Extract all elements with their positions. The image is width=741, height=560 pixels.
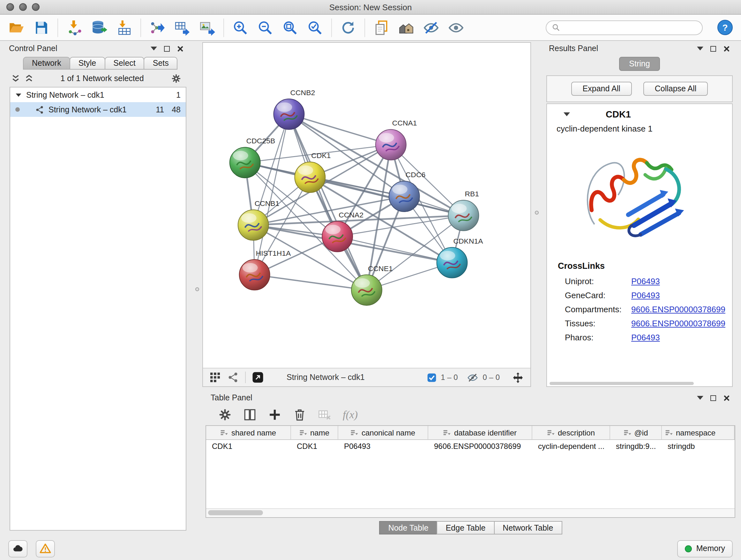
table-row[interactable]: CDK1 CDK1 P06493 9606.ENSP00000378699 cy… bbox=[206, 440, 735, 453]
tab-string[interactable]: String bbox=[619, 57, 660, 71]
cell-at-id[interactable]: stringdb:9... bbox=[610, 442, 662, 451]
gear-icon[interactable] bbox=[171, 73, 181, 83]
uniprot-link[interactable]: P06493 bbox=[631, 276, 660, 286]
network-node-HIST1H1A[interactable]: HIST1H1A bbox=[239, 249, 291, 290]
hide-graphics-button[interactable] bbox=[422, 19, 440, 36]
column-header[interactable]: database identifier bbox=[428, 426, 532, 439]
network-node-CDC25B[interactable]: CDC25B bbox=[230, 137, 275, 178]
open-session-button[interactable] bbox=[8, 19, 25, 36]
network-edge[interactable] bbox=[289, 114, 367, 290]
expand-all-button[interactable]: Expand All bbox=[571, 82, 632, 96]
network-node-CCNB1[interactable]: CCNB1 bbox=[238, 199, 280, 240]
tab-network-table[interactable]: Network Table bbox=[494, 521, 562, 535]
delete-column-button[interactable] bbox=[293, 408, 307, 422]
network-edge[interactable] bbox=[289, 114, 391, 145]
zoom-fit-button[interactable] bbox=[281, 19, 299, 36]
column-header[interactable]: shared name bbox=[206, 426, 291, 439]
column-header[interactable]: namespace bbox=[662, 426, 735, 439]
hidden-eye-slash-icon[interactable] bbox=[468, 372, 478, 383]
pharos-link[interactable]: P06493 bbox=[631, 332, 660, 342]
panel-close-icon[interactable] bbox=[723, 394, 730, 401]
pan-crosshair-icon[interactable] bbox=[512, 371, 524, 383]
zoom-out-button[interactable] bbox=[257, 19, 274, 36]
column-header[interactable]: description bbox=[532, 426, 610, 439]
window-minimize-button[interactable] bbox=[19, 3, 27, 11]
panel-float-icon[interactable] bbox=[711, 46, 716, 51]
cell-namespace[interactable]: stringdb bbox=[662, 442, 735, 451]
network-row[interactable]: String Network – cdk1 11 48 bbox=[10, 102, 186, 117]
show-graphics-button[interactable] bbox=[448, 19, 465, 36]
zoom-in-button[interactable] bbox=[232, 19, 249, 36]
table-settings-button[interactable] bbox=[218, 408, 232, 422]
tab-sets[interactable]: Sets bbox=[144, 57, 178, 70]
network-node-CCNB2[interactable]: CCNB2 bbox=[274, 88, 315, 130]
splitter-handle[interactable] bbox=[195, 287, 199, 291]
cell-canonical-name[interactable]: P06493 bbox=[338, 442, 428, 451]
welcome-screen-button[interactable] bbox=[398, 19, 415, 36]
collapse-all-icon[interactable] bbox=[11, 74, 20, 82]
column-header[interactable]: name bbox=[291, 426, 338, 439]
window-close-button[interactable] bbox=[6, 3, 14, 11]
network-canvas[interactable]: CCNB2CCNA1CDC25BCDK1CDC6RB1CCNB1CCNA2CDK… bbox=[203, 43, 530, 368]
grid-view-button[interactable] bbox=[209, 372, 221, 383]
window-zoom-button[interactable] bbox=[32, 3, 40, 11]
import-table-button[interactable] bbox=[116, 19, 133, 36]
panel-float-icon[interactable] bbox=[164, 46, 170, 51]
expand-all-icon[interactable] bbox=[25, 74, 33, 82]
cell-database-identifier[interactable]: 9606.ENSP00000378699 bbox=[428, 442, 532, 451]
function-builder-button[interactable]: f(x) bbox=[343, 408, 358, 421]
panel-close-icon[interactable] bbox=[177, 45, 184, 52]
copy-document-button[interactable] bbox=[373, 19, 390, 36]
export-table-button[interactable] bbox=[174, 19, 191, 36]
tree-expand-icon[interactable] bbox=[16, 93, 21, 97]
column-header[interactable]: canonical name bbox=[338, 426, 428, 439]
network-node-CCNA1[interactable]: CCNA1 bbox=[376, 119, 417, 160]
birdseye-view-button[interactable] bbox=[227, 372, 239, 383]
splitter-handle[interactable] bbox=[535, 211, 539, 214]
tab-edge-table[interactable]: Edge Table bbox=[437, 521, 495, 535]
cell-shared-name[interactable]: CDK1 bbox=[206, 442, 291, 451]
cloud-status-button[interactable] bbox=[8, 540, 27, 557]
panel-float-icon[interactable] bbox=[711, 395, 716, 401]
search-input[interactable] bbox=[563, 22, 696, 33]
detach-view-button[interactable] bbox=[252, 372, 264, 383]
warnings-button[interactable] bbox=[36, 540, 55, 557]
zoom-selected-button[interactable] bbox=[307, 19, 324, 36]
tab-select[interactable]: Select bbox=[105, 57, 145, 70]
tab-node-table[interactable]: Node Table bbox=[380, 521, 437, 535]
genecard-link[interactable]: P06493 bbox=[631, 290, 660, 300]
export-image-button[interactable] bbox=[199, 19, 216, 36]
scrollbar-thumb[interactable] bbox=[208, 510, 263, 515]
memory-button[interactable]: Memory bbox=[677, 540, 733, 557]
collapse-all-button[interactable]: Collapse All bbox=[643, 82, 708, 96]
collapse-section-icon[interactable] bbox=[563, 112, 570, 116]
help-button[interactable]: ? bbox=[717, 19, 733, 36]
compartments-link[interactable]: 9606.ENSP00000378699 bbox=[631, 304, 725, 314]
tissues-link[interactable]: 9606.ENSP00000378699 bbox=[631, 318, 725, 328]
network-node-CDKN1A[interactable]: CDKN1A bbox=[437, 237, 483, 278]
add-column-button[interactable] bbox=[268, 408, 281, 422]
cell-name[interactable]: CDK1 bbox=[291, 442, 338, 451]
tab-style[interactable]: Style bbox=[70, 57, 105, 70]
network-graph[interactable]: CCNB2CCNA1CDC25BCDK1CDC6RB1CCNB1CCNA2CDK… bbox=[203, 43, 530, 368]
panel-menu-icon[interactable] bbox=[697, 47, 703, 51]
card-scrollbar[interactable] bbox=[549, 382, 694, 385]
network-node-RB1[interactable]: RB1 bbox=[448, 190, 479, 231]
panel-menu-icon[interactable] bbox=[151, 47, 157, 51]
import-network-file-button[interactable] bbox=[66, 19, 83, 36]
network-edge[interactable] bbox=[255, 275, 367, 290]
panel-close-icon[interactable] bbox=[723, 45, 730, 52]
export-network-button[interactable] bbox=[149, 19, 166, 36]
column-header[interactable]: @id bbox=[610, 426, 662, 439]
save-session-button[interactable] bbox=[32, 19, 50, 36]
panel-menu-icon[interactable] bbox=[697, 396, 703, 400]
network-edge[interactable] bbox=[337, 237, 452, 263]
network-collection-row[interactable]: String Network – cdk1 1 bbox=[10, 87, 186, 102]
table-horizontal-scrollbar[interactable] bbox=[206, 508, 735, 517]
show-columns-button[interactable] bbox=[243, 408, 257, 422]
refresh-layout-button[interactable] bbox=[340, 19, 357, 36]
cell-description[interactable]: cyclin-dependent ... bbox=[532, 442, 610, 451]
import-network-database-button[interactable] bbox=[91, 19, 108, 36]
selected-checkbox-icon[interactable] bbox=[427, 373, 436, 382]
tab-network[interactable]: Network bbox=[23, 57, 70, 70]
